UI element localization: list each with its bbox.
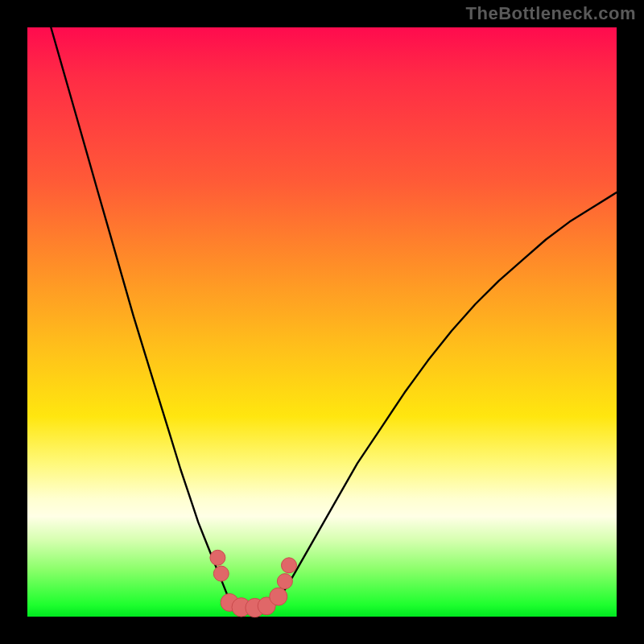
series-right-branch <box>275 192 617 603</box>
valley-marker <box>213 566 229 581</box>
watermark-text: TheBottleneck.com <box>466 3 636 24</box>
valley-marker <box>282 558 297 573</box>
valley-marker <box>270 588 287 605</box>
valley-marker <box>210 550 225 565</box>
series-left-branch <box>51 27 233 605</box>
valley-marker <box>277 574 292 589</box>
curve-layer <box>51 27 617 609</box>
chart-svg <box>27 27 617 617</box>
plot-area <box>27 27 617 617</box>
chart-frame: TheBottleneck.com <box>0 0 644 644</box>
